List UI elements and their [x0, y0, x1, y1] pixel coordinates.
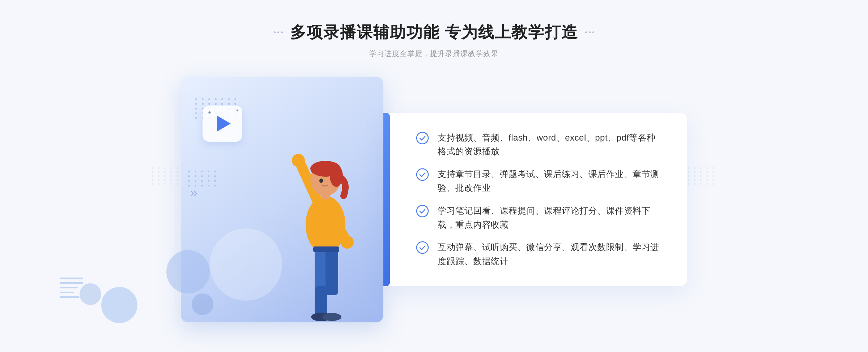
feature-item-2: 支持章节目录、弹题考试、课后练习、课后作业、章节测验、批改作业 — [416, 167, 662, 195]
illus-light-circle — [210, 228, 282, 301]
illus-circle-1 — [166, 250, 210, 293]
feature-text-2: 支持章节目录、弹题考试、课后练习、课后作业、章节测验、批改作业 — [438, 167, 662, 195]
deco-stripes — [60, 278, 83, 298]
spark-left-icon: ✦ — [208, 110, 212, 115]
play-bubble: ✦ ✦ — [203, 106, 242, 142]
illustration-card: » ✦ ✦ — [181, 77, 383, 322]
main-title: 多项录播课辅助功能 专为线上教学打造 — [290, 22, 578, 43]
check-icon-4 — [416, 241, 429, 254]
check-icon-1 — [416, 132, 429, 145]
feature-text-4: 互动弹幕、试听购买、微信分享、观看次数限制、学习进度跟踪、数据统计 — [438, 240, 662, 268]
feature-item-1: 支持视频、音频、flash、word、excel、ppt、pdf等各种格式的资源… — [416, 131, 662, 159]
subtitle: 学习进度全掌握，提升录播课教学效果 — [274, 49, 594, 59]
features-card: 支持视频、音频、flash、word、excel、ppt、pdf等各种格式的资源… — [383, 113, 687, 286]
svg-point-19 — [417, 242, 428, 253]
svg-point-9 — [319, 179, 323, 183]
page-container: 多项录播课辅助功能 专为线上教学打造 学习进度全掌握，提升录播课教学效果 » — [0, 0, 868, 352]
title-row: 多项录播课辅助功能 专为线上教学打造 — [274, 22, 594, 43]
svg-point-2 — [292, 154, 305, 167]
illus-chevron-icon: » — [190, 185, 197, 201]
illus-circle-2 — [192, 293, 213, 315]
play-icon — [217, 116, 231, 132]
person-illustration — [278, 120, 373, 322]
header-section: 多项录播课辅助功能 专为线上教学打造 学习进度全掌握，提升录播课教学效果 — [274, 22, 594, 59]
deco-circle-bottom-left — [101, 287, 137, 323]
svg-point-4 — [341, 236, 354, 249]
svg-point-16 — [417, 132, 428, 144]
svg-point-14 — [323, 313, 341, 321]
svg-point-17 — [417, 169, 428, 180]
svg-rect-12 — [315, 286, 327, 315]
content-area: » » ✦ ✦ — [181, 77, 687, 322]
feature-text-3: 学习笔记回看、课程提问、课程评论打分、课件资料下载，重点内容收藏 — [438, 204, 662, 232]
svg-rect-15 — [313, 246, 339, 252]
svg-point-18 — [417, 205, 428, 217]
title-deco-right — [585, 31, 594, 33]
feature-item-3: 学习笔记回看、课程提问、课程评论打分、课件资料下载，重点内容收藏 — [416, 204, 662, 232]
blue-accent-bar — [383, 113, 390, 286]
svg-rect-11 — [326, 248, 338, 295]
feature-item-4: 互动弹幕、试听购买、微信分享、观看次数限制、学习进度跟踪、数据统计 — [416, 240, 662, 268]
title-deco-left — [274, 31, 283, 33]
spark-right-icon: ✦ — [236, 108, 239, 112]
check-icon-2 — [416, 168, 429, 181]
check-icon-3 — [416, 205, 429, 218]
feature-text-1: 支持视频、音频、flash、word、excel、ppt、pdf等各种格式的资源… — [438, 131, 662, 159]
